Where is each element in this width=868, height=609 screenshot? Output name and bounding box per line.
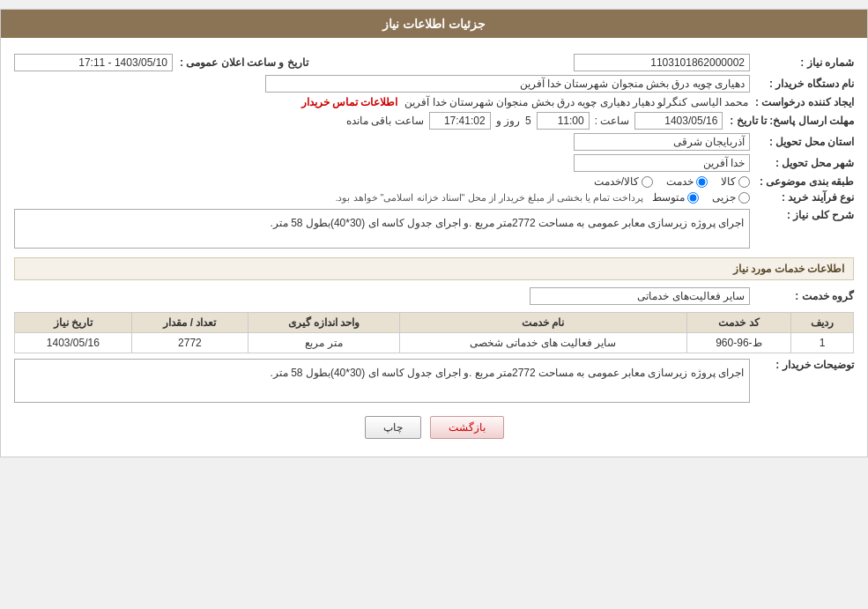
label-noeFarayand: نوع فرآیند خرید : [757, 191, 854, 204]
label-tabaqe: طبقه بندی موضوعی : [757, 175, 854, 188]
radio-farayand: جزیی متوسط [652, 191, 750, 204]
col-vahed: واحد اندازه گیری [249, 313, 400, 333]
col-radif: ردیف [791, 313, 854, 333]
value-shahr: خدا آفرین [574, 154, 750, 172]
table-row: 1ط-96-960سایر فعالیت های خدماتی شخصیمتر … [15, 333, 854, 353]
radio-jozii[interactable]: جزیی [712, 191, 750, 204]
buttons-row: بازگشت چاپ [14, 416, 854, 439]
page-title: جزئیات اطلاعات نیاز [382, 17, 486, 31]
value-ostan: آذربایجان شرقی [574, 133, 750, 151]
label-mohlat-remaining: ساعت باقی مانده [346, 115, 424, 127]
value-sharhKolly: اجرای پروژه زیرسازی معابر عمومی به مساحت… [14, 209, 750, 249]
label-shahr: شهر محل تحویل : [757, 157, 854, 169]
value-mohlat-remaining: 17:41:02 [429, 112, 491, 130]
page-header: جزئیات اطلاعات نیاز [1, 10, 867, 38]
radio-kala[interactable]: کالا [721, 175, 750, 188]
label-mohlat: مهلت ارسال پاسخ: تا تاریخ : [730, 115, 854, 127]
services-table: ردیف کد خدمت نام خدمت واحد اندازه گیری ت… [14, 312, 854, 353]
col-nam: نام خدمت [400, 313, 687, 333]
label-namDastgah: نام دستگاه خریدار : [757, 78, 854, 90]
label-sharhKolly: شرح کلی نیاز : [757, 209, 854, 221]
section2-title: اطلاعات خدمات مورد نیاز [14, 257, 854, 280]
label-shomareNiaz: شماره نیاز : [757, 56, 854, 69]
value-tarikhoSaat: 1403/05/10 - 17:11 [14, 54, 173, 71]
radio-motavast[interactable]: متوسط [652, 191, 699, 204]
label-tarikhoSaat: تاریخ و ساعت اعلان عمومی : [180, 56, 308, 69]
label-groupeKhadamat: گروه خدمت : [757, 290, 854, 302]
link-tamas-khardar[interactable]: اطلاعات تماس خریدار [301, 96, 398, 108]
radio-kala-khadamat[interactable]: کالا/خدمت [594, 175, 653, 188]
radio-tabaqe: کالا خدمت کالا/خدمت [14, 175, 750, 188]
label-mohlat-time: ساعت : [595, 115, 630, 127]
back-button[interactable]: بازگشت [430, 416, 504, 439]
label-tozihat: توضیحات خریدار : [757, 359, 854, 371]
label-mohlat-days: 5 [525, 115, 531, 127]
farayand-note: پرداخت تمام یا بخشی از مبلغ خریدار از مح… [335, 192, 643, 204]
label-ijadKonande: ایجاد کننده درخواست : [755, 96, 854, 108]
value-mohlat-date: 1403/05/16 [634, 112, 723, 130]
value-tozihat: اجرای پروژه زیرسازی معابر عمومی به مساحت… [14, 359, 750, 403]
col-kod: کد خدمت [686, 313, 791, 333]
value-ijadKonande: محمد الیاسی کنگرلو دهیار دهیاری چویه درق… [404, 96, 748, 108]
value-groupeKhadamat: سایر فعالیت‌های خدماتی [530, 287, 750, 305]
value-shomareNiaz: 1103101862000002 [574, 54, 750, 71]
label-ostan: استان محل تحویل : [757, 136, 854, 148]
value-namDastgah: دهیاری چویه درق بخش منجوان شهرستان خدا آ… [265, 75, 750, 93]
value-mohlat-time: 11:00 [537, 112, 590, 130]
print-button[interactable]: چاپ [365, 416, 421, 439]
col-tedad: تعداد / مقدار [131, 313, 249, 333]
radio-khadamat[interactable]: خدمت [666, 175, 708, 188]
label-mohlat-roz: روز و [496, 115, 520, 127]
col-tarikh: تاریخ نیاز [15, 313, 132, 333]
